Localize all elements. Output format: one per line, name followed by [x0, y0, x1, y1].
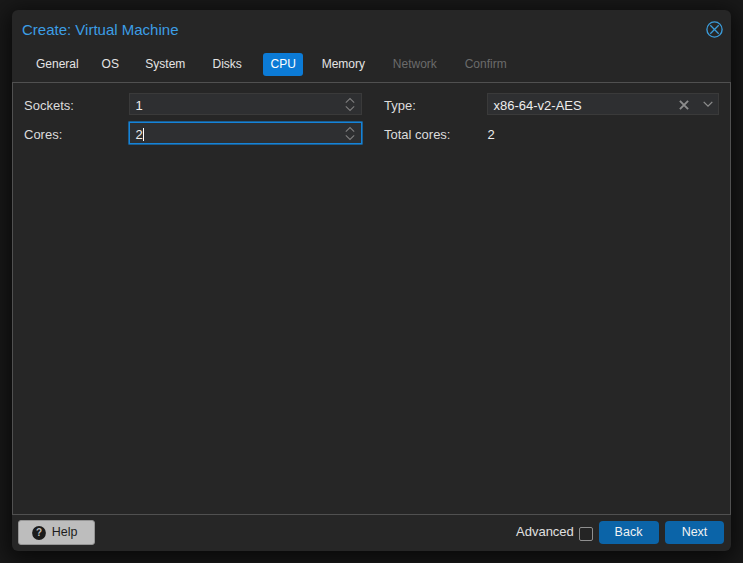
svg-text:?: ?	[36, 528, 42, 539]
